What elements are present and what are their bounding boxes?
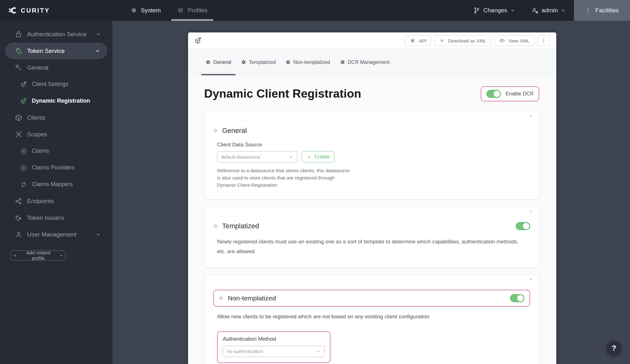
collapse-chevron-up-icon[interactable] [529, 114, 533, 118]
app-root: CURITY System Profiles Changes admin [0, 0, 630, 364]
facilities-label: Facilities [595, 7, 619, 14]
general-section-panel: General Client Data Source default-datas… [204, 111, 539, 199]
sidebar-item-claims-mappers[interactable]: Claims Mappers [0, 176, 112, 193]
general-section-title: General [222, 127, 247, 135]
page-title: Dynamic Client Registration [204, 87, 361, 100]
non-templatized-description: Allow new clients to be registered which… [217, 314, 526, 320]
plus-icon [13, 253, 17, 258]
nav-tab-profiles[interactable]: Profiles [169, 0, 215, 21]
client-data-source-row: default-datasource Create [217, 151, 530, 162]
changes-label: Changes [483, 7, 507, 14]
create-datasource-button[interactable]: Create [302, 151, 335, 162]
ticket-plus-icon [15, 214, 22, 222]
plus-icon [307, 155, 312, 159]
sidebar-item-scopes[interactable]: Scopes [0, 126, 112, 143]
gear-icon [213, 224, 218, 228]
sidebar-item-token-service[interactable]: Token Service [5, 43, 107, 59]
client-data-source-select[interactable]: default-datasource [217, 151, 297, 162]
gear-icon [206, 60, 210, 65]
card-header: API Download as XML View XML [188, 32, 556, 49]
chevron-down-icon [95, 31, 101, 37]
help-button[interactable]: ? [606, 341, 621, 356]
cube-icon [15, 114, 22, 122]
tab-dcr-management[interactable]: DCR Management [335, 49, 395, 75]
general-section-body: General Client Data Source default-datas… [204, 127, 539, 189]
sidebar-item-client-settings[interactable]: Client Settings [0, 76, 112, 93]
main-card: API Download as XML View XML General [188, 32, 556, 364]
authentication-method-value: no-authentication [227, 349, 263, 354]
chevron-down-icon [289, 155, 293, 159]
sidebar-item-dynamic-registration[interactable]: Dynamic Registration [0, 93, 112, 109]
admin-label: admin [541, 7, 558, 14]
enable-dcr-toggle[interactable] [486, 90, 501, 98]
cube-plus-icon [20, 98, 27, 105]
nav-tab-system[interactable]: System [122, 0, 169, 21]
add-related-profile-button[interactable]: Add related profile [10, 250, 66, 260]
chevron-down-icon [316, 349, 321, 354]
sidebar: Authentication Service Token Service Gen… [0, 21, 112, 364]
non-templatized-section-title: Non-templatized [228, 294, 276, 302]
changes-menu[interactable]: Changes [465, 0, 523, 21]
api-button[interactable]: API [405, 35, 431, 46]
sidebar-item-claims-providers[interactable]: Claims Providers [0, 159, 112, 176]
gear-icon [340, 60, 345, 65]
sidebar-item-clients[interactable]: Clients [0, 109, 112, 126]
scope-icon [15, 131, 22, 138]
download-icon [439, 38, 445, 43]
gear-icon [219, 296, 223, 300]
gear-icon [130, 7, 137, 14]
share-icon [15, 197, 22, 205]
templatized-section-title: Templatized [222, 222, 259, 230]
non-templatized-section-header: Non-templatized [213, 290, 530, 307]
facilities-button[interactable]: Facilities [574, 0, 630, 21]
page-content: Dynamic Client Registration Enable DCR G… [188, 86, 556, 364]
card-toolbar: API Download as XML View XML [405, 35, 550, 46]
lock-icon [15, 31, 22, 38]
top-bar-right: Changes admin Facilities [465, 0, 630, 21]
collapse-chevron-up-icon[interactable] [529, 277, 533, 282]
view-xml-button[interactable]: View XML [494, 35, 534, 46]
sidebar-item-general[interactable]: General [0, 59, 112, 76]
gear-icon [213, 128, 218, 133]
claims-icon [20, 148, 27, 155]
chevron-up-icon [95, 48, 100, 54]
general-section-header: General [213, 127, 530, 135]
cube-gear-icon [20, 81, 27, 88]
chevron-down-icon [59, 253, 64, 258]
templatized-toggle[interactable] [516, 222, 530, 230]
tab-general[interactable]: General [201, 49, 236, 75]
authentication-method-group: Authentication Method no-authentication [217, 331, 330, 363]
brand-name: CURITY [21, 7, 50, 14]
panel-collapse-strip [204, 275, 539, 285]
brand: CURITY [0, 0, 103, 21]
non-templatized-section-body: Non-templatized Allow new clients to be … [204, 290, 539, 364]
user-gear-icon [531, 7, 538, 14]
admin-menu[interactable]: admin [523, 0, 574, 21]
sidebar-item-authentication-service[interactable]: Authentication Service [0, 26, 112, 43]
download-as-xml-button[interactable]: Download as XML [434, 35, 491, 46]
enable-dcr-label: Enable DCR [506, 91, 534, 97]
tab-templatized[interactable]: Templatized [236, 49, 281, 75]
nav-tab-label: Profiles [187, 7, 207, 14]
api-nodes-icon [410, 37, 416, 44]
templatized-description: Newly registered clients must use an exi… [217, 237, 526, 257]
claims-mapper-icon [20, 181, 27, 188]
templatized-section-header: Templatized [213, 222, 530, 230]
authentication-method-select[interactable]: no-authentication [223, 346, 325, 357]
tab-strip: General Templatized Non-templatized DCR … [188, 49, 556, 76]
sidebar-item-token-issuers[interactable]: Token Issuers [0, 209, 112, 226]
kebab-icon [541, 38, 547, 43]
gear-icon [241, 60, 246, 65]
more-options-button[interactable] [537, 35, 550, 46]
help-label: ? [612, 344, 616, 353]
client-data-source-label: Client Data Source [217, 142, 530, 148]
collapse-chevron-up-icon[interactable] [529, 209, 533, 213]
chevron-down-icon [510, 8, 515, 13]
sidebar-item-claims[interactable]: Claims [0, 143, 112, 159]
tab-non-templatized[interactable]: Non-templatized [281, 49, 335, 75]
client-data-source-value: default-datasource [221, 154, 260, 160]
sidebar-item-user-management[interactable]: User Management [0, 226, 112, 243]
claims-provider-icon [20, 164, 27, 171]
sidebar-item-endpoints[interactable]: Endpoints [0, 193, 112, 209]
non-templatized-toggle[interactable] [510, 294, 524, 302]
